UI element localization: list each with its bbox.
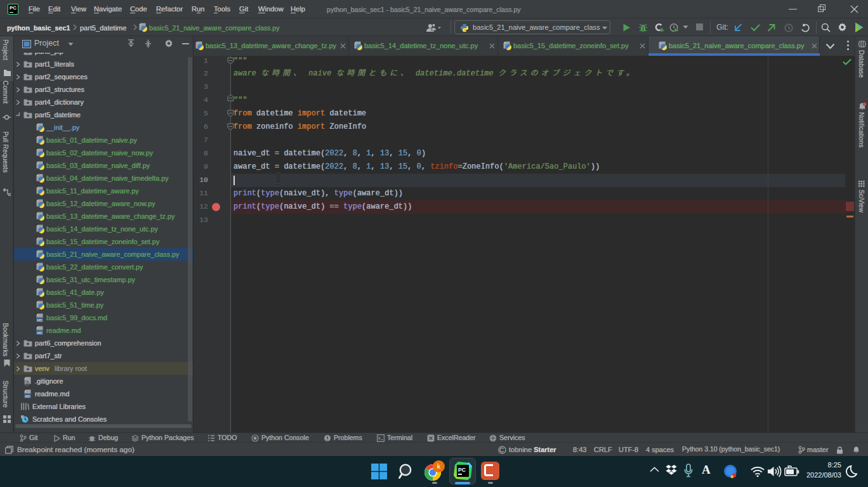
svg-text:MD: MD <box>25 394 30 398</box>
svg-text:PC: PC <box>458 467 466 473</box>
svg-text:MD: MD <box>37 331 43 335</box>
svg-text:MD: MD <box>37 318 43 322</box>
